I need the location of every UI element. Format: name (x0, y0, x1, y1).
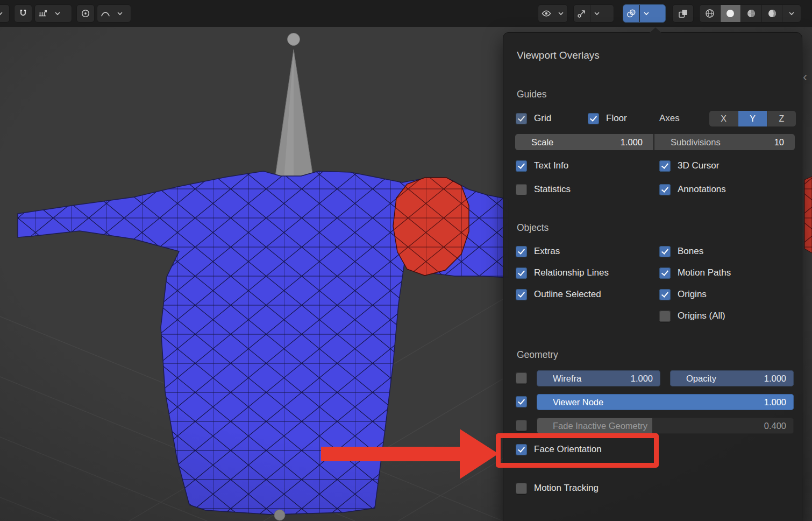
axis-y-button[interactable]: Y (738, 111, 767, 126)
snap-toggle-button[interactable] (14, 4, 32, 23)
relationship-lines-label: Relationship Lines (534, 267, 609, 278)
motion-tracking-checkbox-row[interactable]: Motion Tracking (516, 480, 599, 496)
motion-paths-checkbox-row[interactable]: Motion Paths (659, 265, 731, 281)
chevron-down-icon (594, 10, 600, 17)
axes-label: Axes (659, 110, 680, 126)
show-visibility-dropdown[interactable] (538, 4, 568, 23)
text-info-checkbox-row[interactable]: Text Info (516, 158, 568, 174)
wireframe-slider[interactable]: Wirefra 1.000 (537, 370, 660, 386)
extras-label: Extras (534, 246, 560, 257)
statistics-checkbox-row[interactable]: Statistics (516, 181, 571, 198)
wireframe-checkbox[interactable] (516, 372, 527, 384)
grid-scale-field[interactable]: Scale 1.000 (515, 134, 653, 150)
statistics-label: Statistics (534, 184, 571, 195)
annotation-arrow (321, 429, 500, 480)
chevron-down-icon (117, 10, 123, 17)
shading-wireframe-button[interactable] (700, 5, 721, 22)
origins-checkbox[interactable] (659, 289, 671, 300)
toggle-xray-button[interactable] (672, 4, 694, 23)
opacity-slider[interactable]: Opacity 1.000 (670, 370, 794, 386)
annotations-checkbox[interactable] (659, 184, 671, 195)
extras-checkbox-row[interactable]: Extras (516, 243, 560, 259)
extras-checkbox[interactable] (516, 246, 527, 257)
annotation-highlight-box (496, 433, 659, 468)
fade-inactive-slider[interactable]: Fade Inactive Geometry 0.400 (537, 418, 794, 434)
arrow-ne-icon (577, 9, 587, 18)
subdivisions-label: Subdivisions (671, 137, 721, 147)
proportional-falloff-dropdown[interactable] (97, 4, 131, 23)
bones-label: Bones (678, 246, 703, 257)
grid-checkbox-row[interactable]: Grid (516, 110, 551, 126)
chevron-down-icon (643, 10, 650, 17)
magnet-icon (18, 9, 28, 18)
overlapping-squares-icon (678, 9, 688, 19)
smooth-curve-icon (101, 9, 110, 18)
viewer-node-slider[interactable]: Viewer Node 1.000 (537, 394, 794, 410)
circle-dot-icon (81, 9, 90, 18)
grid-subdivisions-field[interactable]: Subdivisions 10 (654, 134, 795, 150)
origins-all-checkbox-row[interactable]: Origins (All) (659, 308, 725, 324)
motion-tracking-checkbox[interactable] (516, 483, 527, 494)
wireframe-value: 1.000 (631, 374, 653, 384)
fade-inactive-checkbox[interactable] (516, 420, 527, 431)
proportional-editing-button[interactable] (76, 4, 95, 23)
grid-checkbox[interactable] (516, 113, 527, 124)
sphere-wireframe-icon (704, 8, 715, 19)
bones-checkbox[interactable] (659, 246, 671, 257)
axis-x-button[interactable]: X (709, 111, 738, 126)
chevron-down-icon (788, 10, 795, 17)
text-info-checkbox[interactable] (516, 160, 527, 172)
chevron-down-icon (558, 10, 564, 17)
scale-value: 1.000 (621, 137, 643, 147)
shading-options-dropdown[interactable] (782, 5, 801, 22)
text-info-label: Text Info (534, 160, 568, 171)
outline-selected-checkbox-row[interactable]: Outline Selected (516, 286, 601, 302)
shading-mode-group (699, 4, 801, 23)
opacity-value: 1.000 (764, 374, 786, 384)
section-guides: Guides (517, 88, 546, 101)
show-gizmos-dropdown[interactable] (573, 4, 614, 23)
popover-title: Viewport Overlays (517, 49, 600, 62)
viewer-node-value: 1.000 (764, 397, 786, 407)
snap-mode-dropdown[interactable] (34, 4, 72, 23)
annotations-label: Annotations (678, 184, 726, 195)
floor-checkbox[interactable] (588, 113, 599, 124)
sidebar-toggle[interactable]: ‹ (803, 71, 807, 83)
shading-solid-button[interactable] (721, 5, 742, 22)
origins-all-checkbox[interactable] (659, 311, 671, 322)
eye-icon (542, 9, 551, 18)
cursor-3d-label: 3D Cursor (678, 160, 719, 171)
cursor-3d-checkbox[interactable] (659, 160, 671, 172)
chevron-down-icon (54, 10, 61, 17)
section-geometry: Geometry (517, 348, 558, 361)
bones-checkbox-row[interactable]: Bones (659, 243, 703, 259)
subdivisions-value: 10 (774, 137, 784, 147)
viewer-node-checkbox[interactable] (516, 396, 527, 407)
opacity-label: Opacity (686, 374, 760, 384)
relationship-lines-checkbox[interactable] (516, 267, 527, 279)
grid-label: Grid (534, 113, 551, 124)
cursor-3d-checkbox-row[interactable]: 3D Cursor (659, 158, 719, 174)
section-objects: Objects (517, 221, 549, 234)
annotations-checkbox-row[interactable]: Annotations (659, 181, 726, 198)
outline-selected-checkbox[interactable] (516, 289, 527, 300)
tool-edge-button[interactable] (0, 4, 10, 23)
chevron-down-icon (0, 10, 3, 17)
bone-tail-sphere (274, 510, 285, 520)
origins-checkbox-row[interactable]: Origins (659, 286, 707, 302)
origins-label: Origins (678, 289, 707, 300)
floor-label: Floor (606, 113, 627, 124)
blender-window: ‹ (0, 0, 812, 521)
motion-paths-checkbox[interactable] (659, 267, 671, 279)
motion-tracking-label: Motion Tracking (534, 483, 599, 494)
mesh-backface-sliver (804, 177, 812, 253)
shading-rendered-button[interactable] (762, 5, 783, 22)
scale-label: Scale (531, 137, 553, 147)
floor-checkbox-row[interactable]: Floor (588, 110, 627, 126)
shading-material-button[interactable] (741, 5, 762, 22)
show-overlays-dropdown[interactable] (623, 4, 666, 23)
axis-z-button[interactable]: Z (767, 111, 796, 126)
relationship-lines-checkbox-row[interactable]: Relationship Lines (516, 265, 609, 281)
sphere-solid-icon (725, 8, 736, 19)
statistics-checkbox[interactable] (516, 184, 527, 195)
